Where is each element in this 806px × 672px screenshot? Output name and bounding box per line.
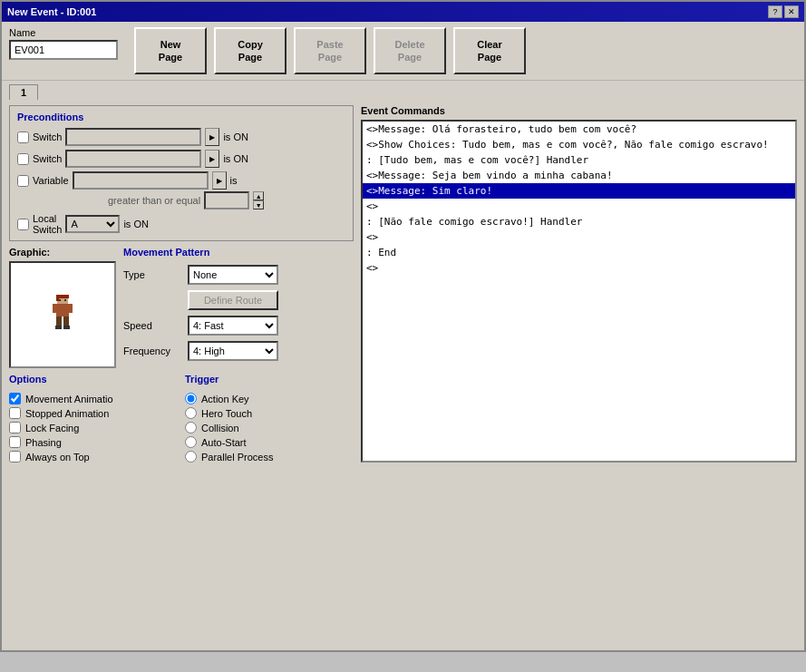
frequency-select[interactable]: 1: Lowest 2: Low 3: Normal 4: High 5: Hi… bbox=[188, 341, 278, 361]
window-title: New Event - ID:001 bbox=[7, 6, 96, 17]
variable-row: Variable ▶ is bbox=[17, 171, 345, 190]
clear-page-button[interactable]: ClearPage bbox=[453, 27, 526, 74]
trigger-title: Trigger bbox=[185, 374, 354, 385]
name-input[interactable] bbox=[9, 40, 118, 60]
switch2-arrow[interactable]: ▶ bbox=[205, 150, 219, 168]
variable-input[interactable] bbox=[73, 171, 209, 190]
local-switch-checkbox[interactable] bbox=[17, 219, 29, 230]
command-item[interactable]: : [Tudo bem, mas e com você?] Handler bbox=[363, 152, 795, 168]
switch1-arrow[interactable]: ▶ bbox=[205, 128, 219, 146]
options-box: Options Movement Animatio Stopped Animat… bbox=[9, 374, 178, 463]
svg-rect-7 bbox=[69, 304, 73, 313]
paste-page-button[interactable]: PastePage bbox=[294, 27, 366, 74]
svg-rect-3 bbox=[59, 299, 61, 301]
variable-arrow[interactable]: ▶ bbox=[212, 171, 227, 190]
auto-start-label: Auto-Start bbox=[201, 437, 247, 448]
command-item[interactable]: : [Não fale comigo escravo!] Handler bbox=[363, 214, 795, 229]
auto-start-radio[interactable] bbox=[185, 436, 197, 448]
type-select[interactable]: None Random Vertical Horizontal Custom bbox=[188, 265, 278, 285]
opt-phasing: Phasing bbox=[9, 436, 178, 448]
always-on-top-checkbox[interactable] bbox=[9, 451, 21, 463]
command-item[interactable]: <>Message: Olá forasteiro, tudo bem com … bbox=[363, 122, 795, 137]
title-bar: New Event - ID:001 ? ✕ bbox=[2, 2, 804, 22]
define-route-button[interactable]: Define Route bbox=[188, 290, 278, 310]
svg-rect-2 bbox=[56, 295, 59, 301]
name-group: Name bbox=[9, 27, 118, 60]
speed-label: Speed bbox=[123, 320, 182, 331]
switch2-ison: is ON bbox=[223, 153, 248, 164]
graphic-preview[interactable] bbox=[9, 261, 116, 368]
movement-title: Movement Pattern bbox=[123, 247, 354, 258]
step-up[interactable]: ▲ bbox=[253, 191, 264, 200]
svg-rect-6 bbox=[53, 304, 56, 313]
greater-stepper: ▲ ▼ bbox=[253, 191, 264, 209]
help-button[interactable]: ? bbox=[768, 5, 782, 18]
new-page-button[interactable]: NewPage bbox=[134, 27, 207, 74]
lock-facing-checkbox[interactable] bbox=[9, 422, 21, 433]
switch1-label: Switch bbox=[33, 131, 62, 142]
trig-auto-start: Auto-Start bbox=[185, 436, 354, 448]
variable-is: is bbox=[230, 175, 238, 186]
command-item[interactable]: <> bbox=[363, 229, 795, 245]
svg-rect-4 bbox=[64, 299, 66, 301]
command-list[interactable]: <>Message: Olá forasteiro, tudo bem com … bbox=[361, 120, 797, 463]
tab-1[interactable]: 1 bbox=[9, 84, 38, 100]
variable-checkbox[interactable] bbox=[17, 175, 29, 187]
phasing-checkbox[interactable] bbox=[9, 436, 21, 448]
command-item[interactable]: : End bbox=[363, 245, 795, 260]
action-key-radio[interactable] bbox=[185, 393, 197, 404]
type-row: Type None Random Vertical Horizontal Cus… bbox=[123, 265, 354, 285]
speed-select[interactable]: 1: Slowest 2: Slow 3: Normal 4: Fast 5: … bbox=[188, 316, 278, 336]
command-item[interactable]: <> bbox=[363, 199, 795, 214]
movement-anim-label: Movement Animatio bbox=[25, 394, 113, 404]
opt-always-on-top: Always on Top bbox=[9, 451, 178, 463]
trigger-box: Trigger Action Key Hero Touch Collision bbox=[185, 374, 354, 463]
name-label: Name bbox=[9, 27, 118, 38]
svg-rect-10 bbox=[55, 326, 62, 329]
always-on-top-label: Always on Top bbox=[25, 452, 90, 463]
trig-collision: Collision bbox=[185, 422, 354, 433]
content-area: Preconditions Switch ▶ is ON Switch ▶ is… bbox=[2, 100, 804, 468]
tabs-area: 1 bbox=[2, 81, 804, 100]
command-item[interactable]: <>Show Choices: Tudo bem, mas e com você… bbox=[363, 137, 795, 152]
svg-rect-5 bbox=[56, 304, 69, 317]
collision-radio[interactable] bbox=[185, 422, 197, 433]
step-down[interactable]: ▼ bbox=[253, 200, 264, 209]
title-controls: ? ✕ bbox=[768, 5, 799, 18]
opt-movement-anim: Movement Animatio bbox=[9, 393, 178, 404]
switch1-input[interactable] bbox=[65, 128, 201, 146]
close-button[interactable]: ✕ bbox=[784, 5, 799, 18]
opt-lock-facing: Lock Facing bbox=[9, 422, 178, 433]
main-window: New Event - ID:001 ? ✕ Name NewPage Copy… bbox=[0, 0, 806, 652]
stopped-anim-checkbox[interactable] bbox=[9, 407, 21, 419]
parallel-process-label: Parallel Process bbox=[201, 452, 273, 463]
delete-page-button[interactable]: DeletePage bbox=[374, 27, 446, 74]
local-switch-select[interactable]: ABCD bbox=[65, 215, 120, 233]
switch1-checkbox[interactable] bbox=[17, 131, 29, 143]
trig-action-key: Action Key bbox=[185, 393, 354, 404]
greater-input[interactable] bbox=[204, 191, 249, 209]
switch1-ison: is ON bbox=[223, 131, 248, 142]
local-switch-label: LocalSwitch bbox=[33, 213, 62, 235]
greater-label: greater than or equal bbox=[108, 195, 200, 206]
parallel-process-radio[interactable] bbox=[185, 451, 197, 463]
movement-anim-checkbox[interactable] bbox=[9, 393, 21, 404]
opt-stopped-anim: Stopped Animation bbox=[9, 407, 178, 419]
copy-page-button[interactable]: CopyPage bbox=[214, 27, 286, 74]
event-commands-label: Event Commands bbox=[361, 105, 797, 116]
switch2-input[interactable] bbox=[65, 150, 201, 168]
type-label: Type bbox=[123, 269, 182, 280]
command-item[interactable]: <>Message: Sim claro! bbox=[363, 183, 795, 199]
trig-hero-touch: Hero Touch bbox=[185, 407, 354, 419]
frequency-row: Frequency 1: Lowest 2: Low 3: Normal 4: … bbox=[123, 341, 354, 361]
movement-box: Movement Pattern Type None Random Vertic… bbox=[123, 247, 354, 368]
switch2-row: Switch ▶ is ON bbox=[17, 150, 345, 168]
svg-rect-11 bbox=[63, 326, 70, 329]
command-item[interactable]: <> bbox=[363, 260, 795, 276]
speed-row: Speed 1: Slowest 2: Slow 3: Normal 4: Fa… bbox=[123, 316, 354, 336]
hero-touch-radio[interactable] bbox=[185, 407, 197, 419]
command-item[interactable]: <>Message: Seja bem vindo a minha cabana… bbox=[363, 168, 795, 183]
switch2-checkbox[interactable] bbox=[17, 153, 29, 165]
hero-touch-label: Hero Touch bbox=[201, 408, 252, 419]
lock-facing-label: Lock Facing bbox=[25, 423, 79, 433]
